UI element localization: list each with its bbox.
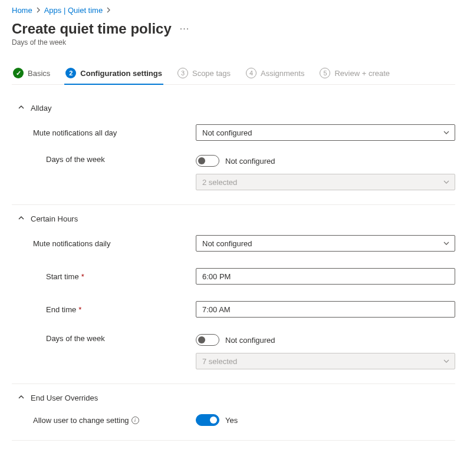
tab-label: Basics [28, 69, 50, 78]
section-header-overrides[interactable]: End User Overrides [12, 391, 455, 405]
step-number-badge: 3 [177, 68, 188, 78]
more-actions-button[interactable]: ··· [180, 24, 189, 34]
chevron-down-icon [443, 240, 450, 247]
allday-days-toggle[interactable] [196, 155, 219, 167]
check-icon: ✓ [13, 68, 24, 78]
certain-days-toggle-label: Not configured [225, 336, 275, 345]
mute-all-day-label: Mute notifications all day [12, 128, 196, 137]
tab-assignments[interactable]: 4 Assignments [245, 64, 305, 84]
tab-label: Scope tags [192, 69, 231, 78]
chevron-down-icon [443, 178, 450, 186]
breadcrumb: Home Apps | Quiet time [12, 6, 455, 15]
certain-days-select: 7 selected [196, 353, 455, 369]
required-indicator: * [78, 305, 81, 314]
chevron-down-icon [443, 358, 450, 365]
allow-user-change-toggle[interactable] [196, 414, 219, 426]
tab-label: Review + create [334, 69, 390, 78]
section-certain-hours: Certain Hours Mute notifications daily N… [12, 205, 455, 384]
info-icon[interactable]: i [131, 416, 139, 424]
mute-daily-select[interactable]: Not configured [196, 235, 455, 252]
select-value: Not configured [202, 239, 252, 248]
end-time-label: End time* [12, 305, 196, 314]
allday-days-select: 2 selected [196, 174, 455, 190]
certain-days-label: Days of the week [12, 334, 196, 343]
allow-user-change-toggle-label: Yes [225, 416, 238, 425]
section-end-user-overrides: End User Overrides Allow user to change … [12, 384, 455, 441]
select-value: 7 selected [202, 357, 237, 366]
allday-days-toggle-label: Not configured [225, 157, 275, 166]
tab-scope-tags[interactable]: 3 Scope tags [176, 64, 232, 84]
step-number-badge: 2 [65, 68, 76, 78]
section-header-certain-hours[interactable]: Certain Hours [12, 212, 455, 226]
chevron-up-icon [18, 394, 25, 402]
tab-label: Assignments [261, 69, 304, 78]
allday-days-label: Days of the week [12, 155, 196, 164]
select-value: Not configured [202, 128, 252, 137]
select-value: 2 selected [202, 178, 237, 187]
tab-basics[interactable]: ✓ Basics [12, 64, 51, 84]
tab-label: Configuration settings [80, 69, 162, 78]
page-subtitle: Days of the week [12, 38, 455, 47]
required-indicator: * [81, 272, 84, 281]
section-header-allday[interactable]: Allday [12, 101, 455, 115]
wizard-tabs: ✓ Basics 2 Configuration settings 3 Scop… [12, 64, 455, 85]
section-title: Certain Hours [31, 214, 78, 223]
chevron-up-icon [18, 104, 25, 113]
section-title: Allday [31, 104, 51, 113]
page-title: Create quiet time policy [12, 21, 172, 37]
section-title: End User Overrides [31, 394, 98, 402]
start-time-label: Start time* [12, 272, 196, 281]
allow-user-change-label: Allow user to change setting i [12, 416, 196, 425]
chevron-up-icon [18, 214, 25, 223]
end-time-input[interactable] [196, 301, 455, 318]
certain-days-toggle[interactable] [196, 334, 219, 346]
tab-configuration-settings[interactable]: 2 Configuration settings [64, 64, 163, 84]
breadcrumb-apps-quiet-time[interactable]: Apps | Quiet time [44, 6, 103, 15]
mute-daily-label: Mute notifications daily [12, 239, 196, 248]
breadcrumb-home[interactable]: Home [12, 6, 32, 15]
chevron-down-icon [443, 129, 450, 136]
step-number-badge: 4 [246, 68, 256, 78]
start-time-input[interactable] [196, 268, 455, 285]
tab-review-create[interactable]: 5 Review + create [318, 64, 391, 84]
chevron-right-icon [106, 7, 111, 14]
chevron-right-icon [36, 7, 41, 14]
step-number-badge: 5 [320, 68, 330, 78]
section-allday: Allday Mute notifications all day Not co… [12, 94, 455, 205]
mute-all-day-select[interactable]: Not configured [196, 124, 455, 141]
